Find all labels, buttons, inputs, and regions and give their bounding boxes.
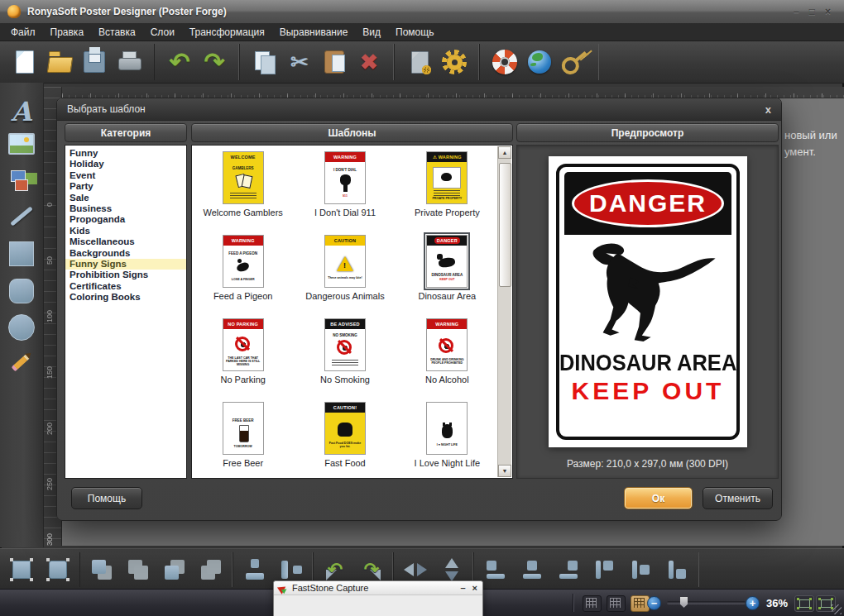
view-toggle-button[interactable] [607,595,626,612]
minimize-button[interactable]: – [794,6,799,17]
template-item[interactable]: BE ADVISED NO SMOKING No Smoking [294,318,396,402]
category-item[interactable]: Backgrounds [65,248,186,259]
template-item[interactable]: WELCOME GAMBLERS Welcome Gamblers [192,151,294,235]
arrange-icon[interactable] [554,555,583,585]
arrange-icon[interactable] [590,555,620,585]
toolbar-icon[interactable]: ↶ [162,45,197,79]
faststone-minimize-button[interactable]: – [460,584,465,593]
toolbar-icon[interactable] [437,45,472,79]
toolbar-icon[interactable] [247,45,282,79]
faststone-title-bar[interactable]: FastStone Capture – × [274,581,482,595]
help-button[interactable]: Помощь [71,487,142,509]
view-toggles [583,595,650,612]
toolbar-icon[interactable] [402,45,437,79]
zoom-in-button[interactable]: + [746,596,760,610]
category-item[interactable]: Certificates [65,281,186,292]
template-item[interactable]: CAUTION These animals may bite! Dangerou… [294,235,396,318]
resize-grip[interactable] [832,604,842,614]
toolbar-icon[interactable]: ✖ [352,45,386,79]
menu-item[interactable]: Слои [143,23,182,41]
fit-page-button[interactable] [794,595,814,612]
template-item[interactable]: DANGER DINOSAUR AREA KEEP OUT Dinosaur A… [396,235,498,318]
toolbar-icon[interactable]: ↷ [197,45,232,79]
arrange-icon[interactable] [663,555,693,585]
arrange-icon[interactable] [240,555,270,585]
menu-item[interactable]: Правка [43,23,92,41]
toolbar-icon[interactable]: ✂ [282,45,317,79]
arrange-icon[interactable] [123,555,153,585]
menu-item[interactable]: Вставка [91,23,143,41]
arrange-icon[interactable] [517,555,547,585]
menu-item[interactable]: Помощь [388,23,441,41]
dialog-close-icon[interactable]: x [765,104,771,115]
category-item[interactable]: Event [65,170,186,181]
category-item[interactable]: Prohibition Signs [65,270,186,280]
category-item[interactable]: Miscellaneous [65,236,186,247]
toolbar-icon[interactable] [77,45,112,79]
tool-button[interactable] [7,277,36,305]
zoom-slider[interactable] [667,601,746,604]
toolbar-icon[interactable] [549,37,598,86]
category-item[interactable]: Party [65,181,186,192]
menu-item[interactable]: Файл [3,23,43,41]
template-item[interactable]: WARNING FEED A PIGEON LOSE A FINGER Feed… [192,235,294,318]
maximize-button[interactable]: □ [809,6,815,17]
close-button[interactable]: × [825,6,831,17]
toolbar-icon[interactable] [317,45,352,79]
arrange-icon[interactable] [87,555,117,585]
scroll-up-arrow[interactable]: ▲ [498,146,511,159]
arrange-icon[interactable] [160,555,189,585]
category-item[interactable]: Business [65,203,186,214]
category-item[interactable]: Funny [65,148,186,159]
cancel-button[interactable]: Отменить [703,487,773,509]
toolbar-icon[interactable] [7,45,42,79]
arrange-icon[interactable] [196,555,226,585]
template-item[interactable]: CAUTION! Fast Food DOES make you fat. Fa… [294,402,396,485]
ruler-tick-label: 150 [46,366,54,379]
menu-item[interactable]: Вид [355,23,388,41]
category-item[interactable]: Holiday [65,159,186,170]
toolbar-icon[interactable] [112,45,146,79]
menu-item[interactable]: Трансформация [182,23,272,41]
tool-button[interactable] [7,166,36,194]
tool-button[interactable] [7,313,36,341]
faststone-close-button[interactable]: × [472,584,477,593]
tool-button[interactable]: A [7,98,36,126]
scrollbar-thumb[interactable] [499,163,511,287]
template-grid: WELCOME GAMBLERS Welcome Gamblers [192,146,498,478]
template-thumbnail-graphic [230,423,257,443]
tool-button[interactable] [7,202,36,230]
template-item[interactable]: I ♥ NIGHT LIFE I Love Night Life [396,402,498,485]
toolbar-icon[interactable] [42,45,77,79]
arrange-icon[interactable] [626,555,656,585]
category-item[interactable]: Propoganda [65,214,186,225]
category-item[interactable]: Kids [65,226,186,236]
template-item[interactable]: WARNING DRUNK AND DRINKING PEOPLE PROHIB… [396,318,498,402]
ok-button[interactable]: Ок [624,487,693,509]
template-item[interactable]: NO PARKING THE LAST CAR THAT PARKED HERE… [192,318,294,402]
template-thumbnail: CAUTION! Fast Food DOES make you fat. [324,402,366,455]
preview-size-label: Размер: 210,0 x 297,0 мм (300 DPI) [517,458,778,470]
tool-button[interactable] [7,130,36,158]
ruler-tick-label: 300 [46,533,54,546]
tool-button[interactable] [2,341,41,381]
menu-item[interactable]: Выравнивание [272,23,356,41]
category-item[interactable]: Funny Signs [65,259,186,270]
toolbar-icon[interactable] [487,45,522,79]
template-item[interactable]: WARNING I DON'T DIAL 911 I Don't Dial 91… [294,151,396,235]
view-toggle-button[interactable] [583,595,602,612]
arrange-icon[interactable] [481,555,511,585]
category-item[interactable]: Sale [65,193,186,203]
category-item[interactable]: Coloring Books [65,292,186,303]
scroll-down-arrow[interactable]: ▼ [498,465,511,477]
zoom-slider-thumb[interactable] [680,597,688,608]
preview-panel: DANGER DINOSAUR AREA KEEP OUT Размер: 21… [516,145,779,479]
arrange-icon[interactable] [43,555,73,585]
zoom-out-button[interactable]: − [647,596,661,610]
template-item[interactable]: ⚠ WARNING PRIVATE PROPERTY Private Prope… [396,151,498,235]
arrange-icon[interactable] [7,555,36,585]
templates-scrollbar[interactable]: ▲ ▼ [497,146,511,477]
tool-button[interactable] [7,240,36,268]
template-item[interactable]: FREE BEER TOMORROW Free Beer [192,402,294,485]
template-caption: No Parking [220,375,265,384]
